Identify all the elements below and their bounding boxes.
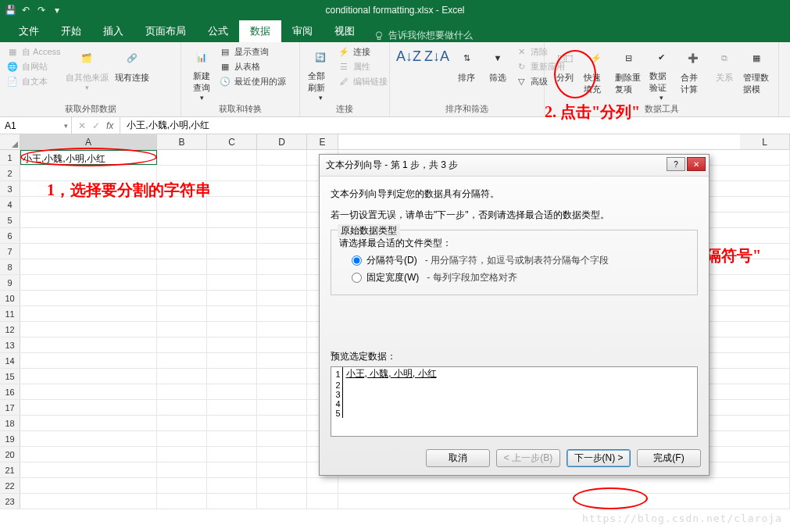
cell[interactable]: [257, 259, 307, 274]
cell[interactable]: [20, 494, 157, 509]
cell[interactable]: [257, 228, 307, 243]
save-icon[interactable]: 💾: [5, 5, 16, 16]
cell[interactable]: [20, 212, 157, 227]
cell[interactable]: [207, 306, 257, 321]
col-header[interactable]: B: [157, 134, 207, 149]
connections-button[interactable]: ⚡连接: [338, 45, 388, 58]
row-header[interactable]: 2: [0, 166, 20, 180]
cell[interactable]: [207, 212, 257, 227]
cell[interactable]: [207, 400, 257, 415]
text-to-columns-button[interactable]: ⬚⬚分列: [549, 44, 581, 103]
row-header[interactable]: 9: [0, 275, 20, 290]
cell[interactable]: [207, 244, 257, 259]
cell[interactable]: [740, 322, 790, 337]
row-header[interactable]: 15: [0, 369, 20, 384]
sort-button[interactable]: ⇅排序: [451, 44, 482, 103]
cell[interactable]: [257, 212, 307, 227]
from-access-button[interactable]: ▦自 Access: [6, 45, 61, 58]
cell[interactable]: [157, 259, 207, 274]
cell[interactable]: [740, 447, 790, 462]
sort-asc-button[interactable]: A↓Z: [395, 44, 423, 103]
properties-button[interactable]: ☰属性: [338, 60, 388, 73]
cell[interactable]: [257, 416, 307, 430]
cell[interactable]: [740, 259, 790, 274]
col-header[interactable]: A: [20, 134, 157, 149]
cell[interactable]: [740, 462, 790, 477]
cell[interactable]: [157, 478, 207, 493]
cell[interactable]: [257, 181, 307, 196]
tab-formula[interactable]: 公式: [197, 20, 239, 42]
cell[interactable]: [740, 212, 790, 227]
cell[interactable]: [207, 462, 257, 477]
next-button[interactable]: 下一步(N) >: [567, 449, 631, 467]
cell[interactable]: [157, 275, 207, 290]
cell[interactable]: [257, 306, 307, 321]
cell[interactable]: [257, 150, 307, 165]
cell[interactable]: [20, 244, 157, 259]
cell[interactable]: [307, 494, 338, 509]
cell[interactable]: [20, 416, 157, 430]
row-header[interactable]: 4: [0, 197, 20, 212]
col-header[interactable]: D: [257, 134, 307, 149]
cell[interactable]: [207, 353, 257, 368]
cell[interactable]: [207, 494, 257, 509]
cell[interactable]: [740, 478, 790, 493]
refresh-all-button[interactable]: 🔄全部刷新▾: [305, 44, 336, 103]
undo-icon[interactable]: ↶: [20, 5, 31, 16]
cell[interactable]: [157, 447, 207, 462]
filter-button[interactable]: ▼筛选: [482, 44, 513, 103]
cell[interactable]: [207, 259, 257, 274]
cell[interactable]: [207, 384, 257, 399]
consolidate-button[interactable]: ➕合并计算: [677, 44, 709, 103]
recent-sources-button[interactable]: 🕓最近使用的源: [219, 75, 286, 87]
cell[interactable]: [740, 369, 790, 384]
cell[interactable]: [257, 462, 307, 477]
cell[interactable]: [207, 322, 257, 337]
row-header[interactable]: 6: [0, 228, 20, 243]
data-validation-button[interactable]: ✔数据验证▾: [646, 44, 677, 103]
tab-insert[interactable]: 插入: [92, 20, 134, 42]
cell[interactable]: [740, 181, 790, 196]
cell[interactable]: [157, 416, 207, 430]
preview-area[interactable]: 1小王, 小魏, 小明, 小红 2 3 4 5: [331, 366, 698, 437]
from-table-button[interactable]: ▦从表格: [219, 60, 286, 73]
cell[interactable]: [307, 478, 338, 493]
cell[interactable]: [157, 400, 207, 415]
cell[interactable]: [207, 197, 257, 212]
cell[interactable]: [740, 244, 790, 259]
cell[interactable]: [740, 275, 790, 290]
cell[interactable]: [20, 353, 157, 368]
delimited-radio-input[interactable]: [352, 255, 362, 266]
cell[interactable]: [157, 369, 207, 384]
cell[interactable]: [257, 322, 307, 337]
back-button[interactable]: < 上一步(B): [496, 449, 560, 467]
cell[interactable]: [257, 353, 307, 368]
col-header[interactable]: E: [307, 134, 338, 149]
cell[interactable]: [20, 447, 157, 462]
cell[interactable]: [207, 150, 257, 165]
cell[interactable]: [257, 291, 307, 305]
cell[interactable]: [20, 291, 157, 305]
cell[interactable]: [740, 166, 790, 180]
row-header[interactable]: 18: [0, 416, 20, 430]
cell[interactable]: [740, 197, 790, 212]
tab-layout[interactable]: 页面布局: [134, 20, 197, 42]
cell[interactable]: [740, 384, 790, 399]
name-box[interactable]: A1: [0, 117, 72, 134]
row-header[interactable]: 10: [0, 291, 20, 305]
row-header[interactable]: 3: [0, 181, 20, 196]
row-header[interactable]: 21: [0, 462, 20, 477]
cell[interactable]: [20, 322, 157, 337]
qat-more-icon[interactable]: ▾: [52, 5, 63, 16]
row-header[interactable]: 23: [0, 494, 20, 509]
cell[interactable]: [740, 400, 790, 415]
relationships-button[interactable]: ⧉关系: [709, 44, 740, 103]
fixed-width-radio-input[interactable]: [352, 273, 362, 283]
cell[interactable]: [257, 478, 307, 493]
tab-file[interactable]: 文件: [8, 20, 50, 42]
cell[interactable]: [740, 431, 790, 446]
row-header[interactable]: 8: [0, 259, 20, 274]
cell[interactable]: [157, 462, 207, 477]
cell[interactable]: [257, 166, 307, 180]
cell[interactable]: [157, 244, 207, 259]
